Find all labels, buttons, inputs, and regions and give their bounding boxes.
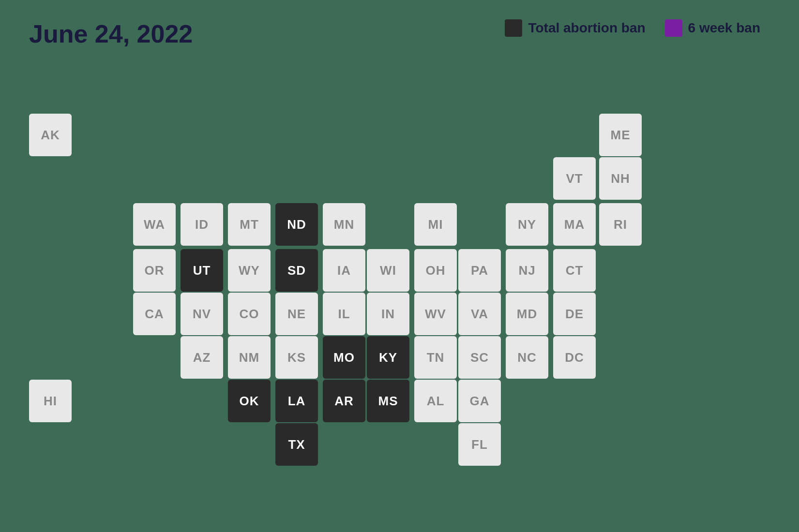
- state-wa: WA: [133, 203, 176, 246]
- state-nd: ND: [275, 203, 318, 246]
- state-ma: MA: [553, 203, 596, 246]
- state-nc: NC: [506, 336, 548, 379]
- state-sd: SD: [275, 249, 318, 292]
- legend-total-ban: Total abortion ban: [505, 19, 645, 37]
- state-in: IN: [367, 293, 409, 335]
- state-de: DE: [553, 293, 596, 335]
- state-nh: NH: [599, 157, 642, 200]
- state-fl: FL: [458, 423, 501, 466]
- state-id: ID: [181, 203, 223, 246]
- state-ne: NE: [275, 293, 318, 335]
- state-ny: NY: [506, 203, 548, 246]
- state-az: AZ: [181, 336, 223, 379]
- page-title: June 24, 2022: [29, 19, 193, 48]
- state-ca: CA: [133, 293, 176, 335]
- state-ar: AR: [323, 380, 365, 422]
- state-ak: AK: [29, 114, 72, 156]
- map-grid: AKMEVTNHWAIDMTNDMNMINYMARIORUTWYSDIAWIOH…: [29, 68, 770, 513]
- state-ga: GA: [458, 380, 501, 422]
- state-wv: WV: [414, 293, 457, 335]
- state-ia: IA: [323, 249, 365, 292]
- legend-six-week-ban-box: [665, 19, 682, 37]
- state-oh: OH: [414, 249, 457, 292]
- state-nj: NJ: [506, 249, 548, 292]
- state-va: VA: [458, 293, 501, 335]
- state-mt: MT: [228, 203, 271, 246]
- legend-six-week-ban-label: 6 week ban: [688, 20, 760, 36]
- state-la: LA: [275, 380, 318, 422]
- state-tn: TN: [414, 336, 457, 379]
- state-ms: MS: [367, 380, 409, 422]
- legend: Total abortion ban 6 week ban: [505, 19, 760, 37]
- state-pa: PA: [458, 249, 501, 292]
- state-wy: WY: [228, 249, 271, 292]
- state-nm: NM: [228, 336, 271, 379]
- state-mi: MI: [414, 203, 457, 246]
- state-wi: WI: [367, 249, 409, 292]
- state-me: ME: [599, 114, 642, 156]
- legend-total-ban-label: Total abortion ban: [528, 20, 645, 36]
- state-ks: KS: [275, 336, 318, 379]
- state-nv: NV: [181, 293, 223, 335]
- state-dc: DC: [553, 336, 596, 379]
- state-ct: CT: [553, 249, 596, 292]
- state-sc: SC: [458, 336, 501, 379]
- state-ok: OK: [228, 380, 271, 422]
- state-hi: HI: [29, 380, 72, 422]
- legend-six-week-ban: 6 week ban: [665, 19, 760, 37]
- state-tx: TX: [275, 423, 318, 466]
- state-ri: RI: [599, 203, 642, 246]
- legend-total-ban-box: [505, 19, 522, 37]
- state-il: IL: [323, 293, 365, 335]
- state-mn: MN: [323, 203, 365, 246]
- state-vt: VT: [553, 157, 596, 200]
- state-ut: UT: [181, 249, 223, 292]
- state-al: AL: [414, 380, 457, 422]
- state-md: MD: [506, 293, 548, 335]
- state-or: OR: [133, 249, 176, 292]
- state-co: CO: [228, 293, 271, 335]
- state-ky: KY: [367, 336, 409, 379]
- state-mo: MO: [323, 336, 365, 379]
